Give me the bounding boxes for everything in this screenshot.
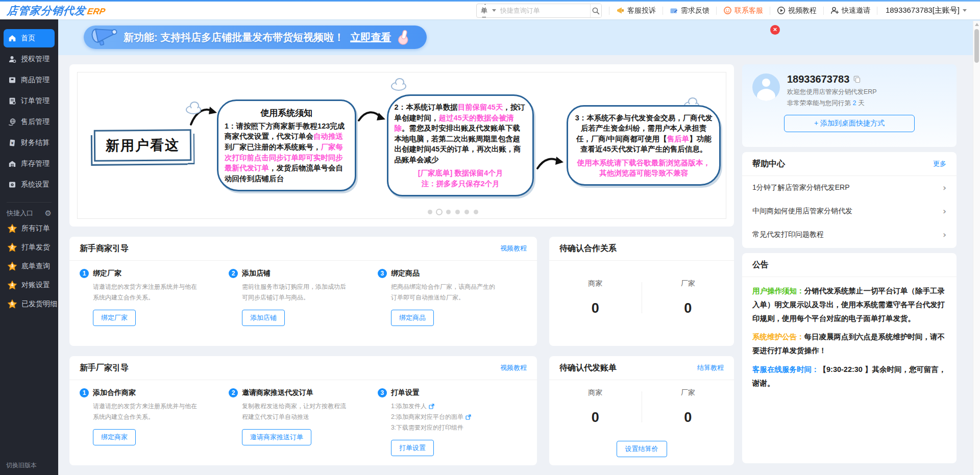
banner-view-now-link[interactable]: 立即查看 [350, 31, 391, 44]
complaint-icon [616, 6, 625, 15]
pending-cooperation-panel: 待确认合作关系 商家 0 厂家 0 [549, 237, 734, 346]
carousel-dot[interactable] [464, 210, 469, 214]
search-category-label: 订单号 [481, 4, 489, 18]
step-title: 绑定厂家 [93, 269, 121, 278]
settings-safe-icon [8, 181, 16, 189]
add-desktop-shortcut-button[interactable]: + 添加到桌面快捷方式 [784, 115, 915, 132]
sidebar-item-orders[interactable]: 订单管理 [4, 92, 55, 110]
sidebar-item-finance[interactable]: ¥ 财务结算 [4, 134, 55, 152]
home-icon [8, 34, 16, 42]
step-description: 请邀请您的发货方来注册系统并与他在系统内建立合作关系。 [93, 282, 201, 303]
carousel-dot[interactable] [474, 210, 478, 214]
banner-close-button[interactable]: × [770, 25, 780, 35]
external-link-icon[interactable] [465, 414, 471, 420]
factory-row: 新手厂家引导 视频教程 1 添加合作商家 请邀请您的发货方来注册系统并与他在系统… [69, 356, 734, 465]
cloud-doodle [186, 105, 201, 114]
video-tutorial-link[interactable]: 视频教程 [500, 244, 527, 253]
scrollbar-thumb[interactable] [974, 29, 979, 63]
sidebar-item-aftersale[interactable]: 售后管理 [4, 113, 55, 131]
invite-merchant-push-button[interactable]: 邀请商家推送订单 [242, 429, 311, 445]
logo-text: 店管家分销代发 [7, 4, 87, 18]
step-number: 3 [378, 269, 387, 278]
quick-item-reconcile-settings[interactable]: 4 对账设置 [4, 277, 55, 294]
chevron-right-icon: › [943, 206, 946, 216]
merchant-count: 商家 0 [549, 388, 642, 426]
help-item-middleman[interactable]: 中间商如何使用店管家分销代发 › [742, 199, 957, 223]
search-input[interactable] [500, 7, 590, 14]
left-column: 新用户看这 使用系统须知 1：请按照下方商家新手教程123完成商家代发设置，代发… [69, 64, 734, 465]
steps: 1 添加合作商家 请邀请您的发货方来注册系统并与他在系统内建立合作关系。 绑定商… [69, 380, 537, 456]
announcement-body: 用户操作须知：分销代发系统禁止一切平台订单（除手工录入单）明文展示以及导出，使用… [742, 277, 957, 403]
sidebar-item-auth[interactable]: 授权管理 [4, 50, 55, 68]
quick-item-receipt-query[interactable]: 3 底单查询 [4, 258, 55, 275]
bind-merchant-button[interactable]: 绑定商家 [93, 429, 136, 445]
count-label: 厂家 [681, 388, 695, 397]
search-button[interactable] [590, 4, 601, 17]
sidebar-item-settings[interactable]: 系统设置 [4, 176, 55, 194]
gear-icon[interactable]: ⚙ [45, 209, 52, 218]
notice-bubble-1: 使用系统须知 1：请按照下方商家新手教程123完成商家代发设置，代发订单会自动推… [217, 99, 356, 191]
sidebar-item-home[interactable]: 首页 [4, 29, 55, 47]
bind-product-button[interactable]: 绑定商品 [391, 310, 434, 326]
help-item-intro[interactable]: 1分钟了解店管家分销代发ERP › [742, 176, 957, 199]
quick-item-label: 打单发货 [21, 243, 50, 252]
add-shop-button[interactable]: 添加店铺 [242, 310, 285, 326]
quick-item-shipped-detail[interactable]: 5 已发货明细 [4, 295, 55, 313]
card-header: 待确认合作关系 [549, 237, 734, 261]
set-settlement-price-button[interactable]: 设置结算价 [617, 441, 667, 457]
menu-item-label: 需求反馈 [681, 6, 709, 15]
count-label: 厂家 [681, 279, 695, 288]
carousel-dots[interactable] [428, 210, 478, 214]
step-title: 打单设置 [391, 388, 420, 397]
notice-service-hours: 客服在线服务时间：【9:30-22:30 】其余时间，您可留言，谢谢。 [752, 363, 946, 390]
menu-item-quick-invite[interactable]: 快速邀请 [824, 6, 877, 15]
carousel-dot[interactable] [455, 210, 460, 214]
step-description: 复制教程发送给商家，让对方按教程流程建立代发订单自动推送 [242, 401, 350, 422]
top-header: 店管家分销代发 ERP 订单号 客服投诉 [0, 0, 980, 19]
external-link-icon[interactable] [429, 404, 434, 409]
video-tutorial-link[interactable]: 视频教程 [500, 363, 527, 372]
search-category-select[interactable]: 订单号 [477, 4, 500, 18]
chevron-down-icon [963, 9, 967, 12]
bind-factory-button[interactable]: 绑定厂家 [93, 310, 136, 326]
card-header: 待确认代发账单 结算教程 [549, 356, 734, 380]
switch-old-version-link[interactable]: 切换旧版本 [6, 461, 37, 470]
settlement-tutorial-link[interactable]: 结算教程 [697, 363, 724, 372]
menu-item-complaint[interactable]: 客服投诉 [609, 6, 663, 15]
menu-item-label: 客服投诉 [627, 6, 656, 15]
scroll-up-arrow[interactable] [975, 23, 979, 26]
step-title: 添加店铺 [242, 269, 271, 278]
bubble-footnote: [厂家底单] 数据保留4个月 注：拼多多只保存2个月 [395, 168, 527, 189]
help-more-link[interactable]: 更多 [933, 159, 946, 168]
finance-yen-icon: ¥ [8, 139, 16, 147]
carousel-dot[interactable] [446, 210, 451, 214]
quick-item-print-ship[interactable]: 2 打单发货 [4, 239, 55, 256]
divider [877, 7, 877, 15]
announcement-banner-strip: 新功能: 支持抖店多店铺批量发布带货短视频啦！ 立即查看 × [58, 19, 980, 55]
user-card: 18933673783 欢迎您使用店管家分销代发ERP 非常荣幸能与您同行第 2… [742, 64, 957, 147]
help-item-print-faq[interactable]: 常见代发打印问题教程 › [742, 223, 957, 246]
quick-item-label: 已发货明细 [21, 299, 57, 309]
bubble-body: 1：请按照下方商家新手教程123完成商家代发设置，代发订单会自动推送到厂家已注册… [225, 121, 349, 184]
copy-icon[interactable] [853, 76, 861, 83]
menu-item-feedback[interactable]: 需求反馈 [663, 6, 716, 15]
menu-item-video-tutorial[interactable]: 视频教程 [770, 6, 823, 15]
sidebar-item-label: 订单管理 [21, 96, 50, 106]
step-title: 邀请商家推送代发订单 [242, 388, 313, 397]
step-description: 把商品绑定给合作厂家，该商品产生的订单即可自动推送给厂家。 [391, 282, 499, 303]
step-number: 2 [229, 269, 238, 278]
carousel-dot[interactable] [428, 210, 432, 214]
sidebar: 首页 授权管理 商品管理 订单管理 [0, 19, 58, 475]
menu-item-contact-support[interactable]: 联系客服 [717, 6, 770, 15]
account-menu[interactable]: 18933673783[主账号] [886, 6, 967, 15]
sidebar-item-products[interactable]: 商品管理 [4, 71, 55, 89]
video-tutorial-icon [777, 6, 786, 15]
quick-item-all-orders[interactable]: 1 所有订单 [4, 220, 55, 237]
carousel-dot-active[interactable] [437, 210, 442, 214]
print-step-line: 1:添加发件人 [391, 401, 427, 412]
vertical-scrollbar[interactable] [973, 21, 980, 475]
step-number: 2 [229, 388, 238, 397]
print-settings-button[interactable]: 打单设置 [391, 440, 434, 456]
sidebar-nav: 首页 授权管理 商品管理 订单管理 [0, 19, 58, 194]
sidebar-item-inventory[interactable]: 库存管理 [4, 155, 55, 173]
